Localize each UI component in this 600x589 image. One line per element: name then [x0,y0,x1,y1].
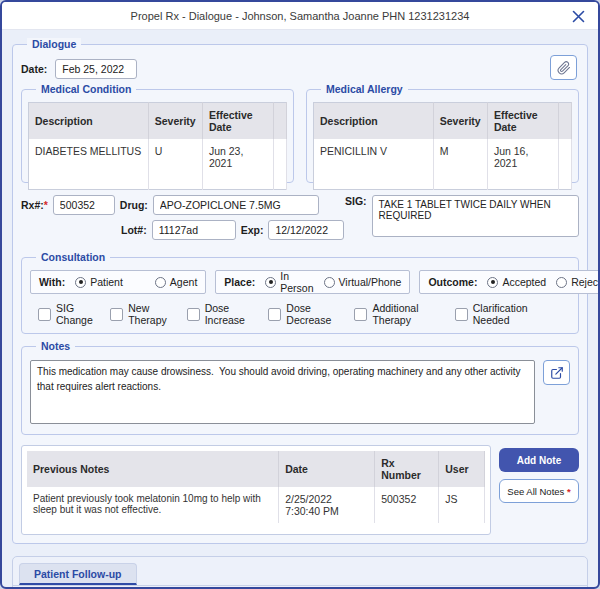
dialog-window: Propel Rx - Dialogue - Johnson, Samantha… [0,0,600,589]
allergy-date-cell: Jun 16, 2021 [487,139,558,175]
column-header[interactable]: Rx Number [375,451,439,487]
condition-date-cell: Jun 23, 2021 [202,139,273,175]
previous-notes-table: Previous Notes Date Rx Number User Patie… [27,451,485,523]
medical-condition-section: Medical Condition Description Severity E… [21,89,294,183]
window-title: Propel Rx - Dialogue - Johnson, Samantha… [131,10,470,22]
radio-in-person[interactable]: In Person [265,270,313,294]
previous-notes-row: Previous Notes Date Rx Number User Patie… [21,445,579,535]
checkbox-dose-increase[interactable]: Dose Increase [187,302,269,326]
close-icon [571,9,586,24]
column-header-spacer [558,103,571,140]
checkbox-sig-change[interactable]: SIG Change [38,302,110,326]
column-header[interactable]: Description [29,103,149,140]
radio-patient[interactable]: Patient [75,276,123,288]
sig-field[interactable]: TAKE 1 TABLET TWICE DAILY WHEN REQUIRED [372,195,579,237]
medical-allergy-table: Description Severity Effective Date PENI… [313,102,572,190]
medical-condition-label: Medical Condition [36,83,136,95]
exp-field[interactable] [268,220,344,240]
condition-description-cell: DIABETES MELLITUS [29,139,149,175]
radio-icon [265,277,276,288]
sig-label: SIG: [345,195,367,245]
column-header[interactable]: Date [279,451,375,487]
consultation-section: Consultation With: Patient Agent Place: … [21,257,579,334]
drug-field[interactable] [153,195,319,215]
checkbox-icon [187,308,200,321]
column-header[interactable]: User [439,451,485,487]
expand-notes-button[interactable] [543,360,570,385]
radio-icon [155,277,166,288]
checkbox-clarification-needed[interactable]: Clarification Needed [455,302,562,326]
paperclip-icon [557,61,571,75]
condition-severity-cell: U [148,139,202,175]
outcome-group: Outcome: Accepted Rejected [419,270,600,294]
radio-icon [487,277,498,288]
radio-icon [556,277,567,288]
notes-flag: * [567,486,571,497]
column-header-spacer [273,103,286,140]
notes-textarea[interactable]: This medication may cause drowsiness. Yo… [30,360,535,424]
title-bar: Propel Rx - Dialogue - Johnson, Samantha… [2,2,598,30]
lot-label: Lot#: [121,224,147,236]
checkbox-icon [38,308,51,321]
rx-number-field[interactable] [53,195,115,215]
tab-strip: Patient Follow-up [13,557,587,586]
table-row[interactable]: PENICILLIN V M Jun 16, 2021 [314,139,572,175]
radio-agent[interactable]: Agent [155,276,197,288]
column-header[interactable]: Effective Date [487,103,558,140]
column-header[interactable]: Effective Date [202,103,273,140]
tab-patient-follow-up[interactable]: Patient Follow-up [19,563,137,585]
radio-rejected[interactable]: Rejected [556,276,600,288]
radio-virtual-phone[interactable]: Virtual/Phone [324,276,402,288]
dialogue-section: Dialogue Date: Medical Condition Descrip… [12,44,588,544]
checkbox-icon [354,308,367,321]
consultation-section-label: Consultation [36,251,110,263]
follow-up-panel: Patient Follow-up Follow Up on: ▲ ▼ Comm… [12,556,588,589]
checkbox-icon [268,308,281,321]
with-label: With: [39,276,65,288]
medical-allergy-section: Medical Allergy Description Severity Eff… [306,89,579,183]
previous-notes-container: Previous Notes Date Rx Number User Patie… [21,445,491,535]
medical-tables-row: Medical Condition Description Severity E… [21,89,579,183]
outcome-label: Outcome: [428,276,477,288]
table-row[interactable]: Patient previously took melatonin 10mg t… [27,487,485,523]
rx-number-label: Rx#:* [21,199,48,211]
place-label: Place: [224,276,255,288]
required-marker: * [44,199,48,211]
column-header[interactable]: Description [314,103,434,140]
open-in-new-icon [550,366,564,380]
note-rx-cell: 500352 [375,487,439,523]
exp-label: Exp: [241,224,264,236]
note-user-cell: JS [439,487,485,523]
column-header[interactable]: Severity [433,103,487,140]
checkbox-dose-decrease[interactable]: Dose Decrease [268,302,354,326]
table-row[interactable]: DIABETES MELLITUS U Jun 23, 2021 [29,139,287,175]
see-all-notes-button[interactable]: See All Notes * [499,479,579,503]
allergy-severity-cell: M [433,139,487,175]
add-note-button[interactable]: Add Note [499,448,579,472]
date-field[interactable] [55,59,137,79]
note-text-cell: Patient previously took melatonin 10mg t… [27,487,279,523]
notes-section: Notes This medication may cause drowsine… [21,346,579,435]
place-group: Place: In Person Virtual/Phone [215,270,410,294]
radio-icon [324,277,335,288]
close-button[interactable] [568,6,588,26]
sig-area: SIG: TAKE 1 TABLET TWICE DAILY WHEN REQU… [345,195,579,245]
with-group: With: Patient Agent [30,270,206,294]
dialogue-section-label: Dialogue [27,38,81,50]
attachment-button[interactable] [550,55,577,80]
medical-condition-table: Description Severity Effective Date DIAB… [28,102,287,190]
radio-accepted[interactable]: Accepted [487,276,546,288]
rx-row: Rx#:* Drug: Lot#: Exp: SIG: TAKE 1 TABLE… [21,195,579,245]
checkbox-additional-therapy[interactable]: Additional Therapy [354,302,454,326]
medical-allergy-label: Medical Allergy [321,83,408,95]
note-date-cell: 2/25/2022 7:30:40 PM [279,487,375,523]
rx-fields: Rx#:* Drug: Lot#: Exp: [21,195,339,245]
column-header[interactable]: Previous Notes [27,451,279,487]
checkbox-icon [455,308,468,321]
column-header[interactable]: Severity [148,103,202,140]
lot-field[interactable] [152,220,236,240]
checkbox-new-therapy[interactable]: New Therapy [110,302,186,326]
consultation-radio-row: With: Patient Agent Place: In Person Vir… [30,270,570,294]
consultation-checkbox-row: SIG Change New Therapy Dose Increase Dos… [30,302,570,326]
dialog-body: Dialogue Date: Medical Condition Descrip… [2,30,598,589]
